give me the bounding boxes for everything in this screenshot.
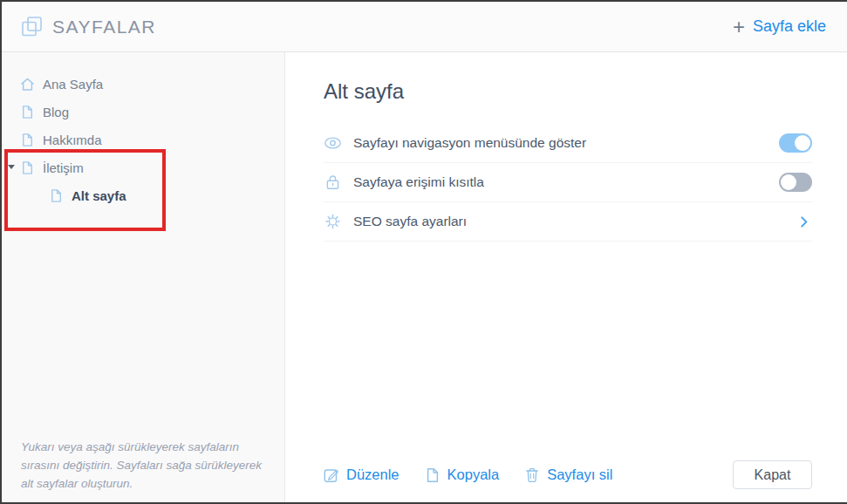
settings-list: Sayfayı navigasyon menüsünde göster Sayf… <box>324 124 812 242</box>
sidebar-item-iletisim[interactable]: İletişim <box>2 153 284 181</box>
body: Ana Sayfa Blog H <box>2 52 847 502</box>
edit-icon <box>324 467 339 483</box>
add-page-button[interactable]: + Sayfa ekle <box>733 17 826 37</box>
toggle-knob <box>781 174 796 190</box>
setting-label: Sayfayı navigasyon menüsünde göster <box>353 135 779 151</box>
selected-page-title: Alt sayfa <box>324 79 812 104</box>
header: SAYFALAR + Sayfa ekle <box>2 2 847 52</box>
copy-page-label: Kopyala <box>447 467 500 483</box>
home-icon <box>20 77 35 92</box>
pages-icon <box>20 15 44 38</box>
plus-icon: + <box>733 17 745 37</box>
sidebar-item-label: İletişim <box>43 160 84 175</box>
collapse-arrow-icon[interactable] <box>8 165 15 169</box>
edit-page-label: Düzenle <box>346 467 400 483</box>
setting-row-show-in-nav[interactable]: Sayfayı navigasyon menüsünde göster <box>324 124 812 163</box>
page-title: SAYFALAR <box>52 17 156 37</box>
page-icon <box>49 188 64 203</box>
footer-actions: Düzenle Kopyala <box>324 460 812 502</box>
sidebar-help-text: Yukarı veya aşağı sürükleyerek sayfaları… <box>2 439 284 502</box>
sidebar-item-alt-sayfa[interactable]: Alt sayfa <box>2 181 284 209</box>
close-button[interactable]: Kapat <box>733 460 812 489</box>
gear-icon <box>324 214 342 229</box>
eye-icon <box>324 135 342 151</box>
copy-icon <box>425 467 441 483</box>
delete-page-label: Sayfayı sil <box>547 467 612 483</box>
page-icon <box>20 133 35 147</box>
trash-icon <box>524 467 540 483</box>
page-icon <box>20 105 35 119</box>
sidebar-item-blog[interactable]: Blog <box>2 98 284 126</box>
setting-row-restrict-access[interactable]: Sayfaya erişimi kısıtla <box>324 163 812 202</box>
setting-row-seo-settings[interactable]: SEO sayfa ayarları <box>324 202 812 242</box>
toggle-knob <box>795 135 810 151</box>
delete-page-button[interactable]: Sayfayı sil <box>524 467 612 483</box>
page-settings-panel: Alt sayfa Sayfayı navigasyon menüsünde g… <box>285 52 847 502</box>
toggle-restrict-access-off[interactable] <box>779 173 812 192</box>
sidebar-item-label: Ana Sayfa <box>43 77 103 92</box>
add-page-label: Sayfa ekle <box>753 17 826 36</box>
pages-manager-window: SAYFALAR + Sayfa ekle Ana Sayfa <box>0 0 847 504</box>
chevron-right-icon <box>800 215 809 228</box>
setting-label: Sayfaya erişimi kısıtla <box>353 174 779 190</box>
copy-page-button[interactable]: Kopyala <box>425 467 500 483</box>
toggle-show-in-nav-on[interactable] <box>779 133 812 153</box>
sidebar-page-tree: Ana Sayfa Blog H <box>2 52 285 502</box>
edit-page-button[interactable]: Düzenle <box>324 467 400 483</box>
sidebar-item-label: Hakkımda <box>43 133 102 147</box>
setting-label: SEO sayfa ayarları <box>353 214 800 229</box>
page-icon <box>20 160 35 175</box>
sidebar-item-hakkimda[interactable]: Hakkımda <box>2 126 284 153</box>
sidebar-item-ana-sayfa[interactable]: Ana Sayfa <box>2 70 284 98</box>
sidebar-item-label: Alt sayfa <box>72 188 126 203</box>
sidebar-item-label: Blog <box>43 105 69 119</box>
lock-icon <box>324 174 342 190</box>
tree: Ana Sayfa Blog H <box>2 52 284 209</box>
